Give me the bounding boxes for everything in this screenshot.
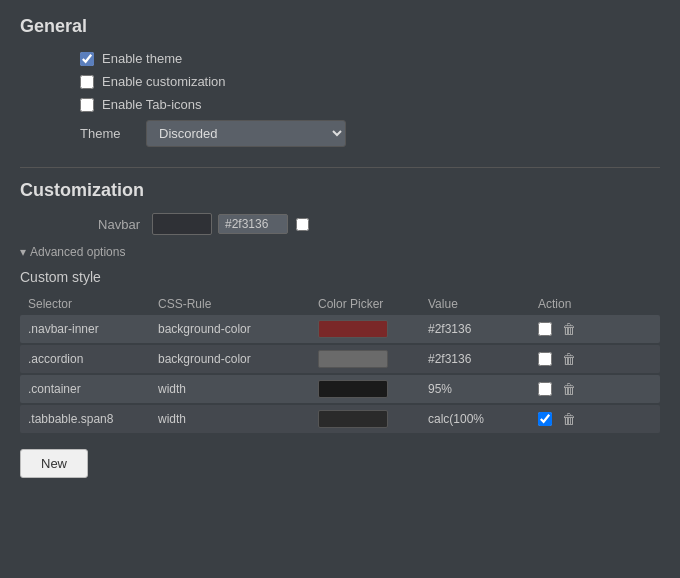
navbar-row: Navbar <box>80 213 660 235</box>
general-title: General <box>20 16 660 37</box>
navbar-label: Navbar <box>80 217 140 232</box>
row-color-swatch[interactable] <box>318 320 388 338</box>
row-action-cell: 🗑 <box>538 411 618 427</box>
enable-theme-checkbox[interactable] <box>80 52 94 66</box>
row-value: 95% <box>428 382 538 396</box>
row-swatch-cell <box>318 380 428 398</box>
custom-style-title: Custom style <box>20 269 660 285</box>
row-color-swatch[interactable] <box>318 350 388 368</box>
row-checkbox[interactable] <box>538 322 552 336</box>
row-css-rule: background-color <box>158 322 318 336</box>
navbar-hex-input[interactable] <box>218 214 288 234</box>
theme-row: Theme Discorded Default Dark <box>80 120 660 147</box>
table-row: .accordionbackground-color#2f3136🗑 <box>20 345 660 373</box>
table-row: .navbar-innerbackground-color#2f3136🗑 <box>20 315 660 343</box>
row-css-rule: width <box>158 412 318 426</box>
row-swatch-cell <box>318 320 428 338</box>
navbar-checkbox[interactable] <box>296 218 309 231</box>
row-checkbox[interactable] <box>538 382 552 396</box>
row-value: #2f3136 <box>428 352 538 366</box>
delete-icon[interactable]: 🗑 <box>562 411 576 427</box>
enable-customization-label: Enable customization <box>102 74 226 89</box>
delete-icon[interactable]: 🗑 <box>562 381 576 397</box>
col-css-rule: CSS-Rule <box>158 297 318 311</box>
row-css-rule: width <box>158 382 318 396</box>
row-action-cell: 🗑 <box>538 321 618 337</box>
checkbox-row-enable-theme: Enable theme <box>80 51 660 66</box>
checkbox-row-enable-tab-icons: Enable Tab-icons <box>80 97 660 112</box>
chevron-down-icon: ▾ <box>20 245 26 259</box>
table-header: Selector CSS-Rule Color Picker Value Act… <box>20 293 660 315</box>
row-swatch-cell <box>318 410 428 428</box>
navbar-color-swatch[interactable] <box>152 213 212 235</box>
new-button[interactable]: New <box>20 449 88 478</box>
row-value: calc(100% <box>428 412 538 426</box>
row-value: #2f3136 <box>428 322 538 336</box>
row-swatch-cell <box>318 350 428 368</box>
row-action-cell: 🗑 <box>538 381 618 397</box>
table-row: .containerwidth95%🗑 <box>20 375 660 403</box>
custom-style-table: Selector CSS-Rule Color Picker Value Act… <box>20 293 660 433</box>
enable-tab-icons-checkbox[interactable] <box>80 98 94 112</box>
col-selector: Selector <box>28 297 158 311</box>
row-color-swatch[interactable] <box>318 410 388 428</box>
row-selector: .navbar-inner <box>28 322 158 336</box>
enable-theme-label: Enable theme <box>102 51 182 66</box>
theme-select[interactable]: Discorded Default Dark <box>146 120 346 147</box>
col-color-picker: Color Picker <box>318 297 428 311</box>
row-selector: .accordion <box>28 352 158 366</box>
row-checkbox[interactable] <box>538 412 552 426</box>
advanced-options-toggle[interactable]: ▾ Advanced options <box>20 245 660 259</box>
advanced-options-label: Advanced options <box>30 245 125 259</box>
col-action: Action <box>538 297 618 311</box>
row-css-rule: background-color <box>158 352 318 366</box>
col-value: Value <box>428 297 538 311</box>
customization-title: Customization <box>20 180 660 201</box>
delete-icon[interactable]: 🗑 <box>562 351 576 367</box>
enable-customization-checkbox[interactable] <box>80 75 94 89</box>
enable-tab-icons-label: Enable Tab-icons <box>102 97 202 112</box>
row-color-swatch[interactable] <box>318 380 388 398</box>
row-action-cell: 🗑 <box>538 351 618 367</box>
checkbox-row-enable-customization: Enable customization <box>80 74 660 89</box>
theme-label: Theme <box>80 126 130 141</box>
table-row: .tabbable.span8widthcalc(100%🗑 <box>20 405 660 433</box>
row-selector: .tabbable.span8 <box>28 412 158 426</box>
row-selector: .container <box>28 382 158 396</box>
custom-style-section: Custom style Selector CSS-Rule Color Pic… <box>20 269 660 433</box>
row-checkbox[interactable] <box>538 352 552 366</box>
delete-icon[interactable]: 🗑 <box>562 321 576 337</box>
